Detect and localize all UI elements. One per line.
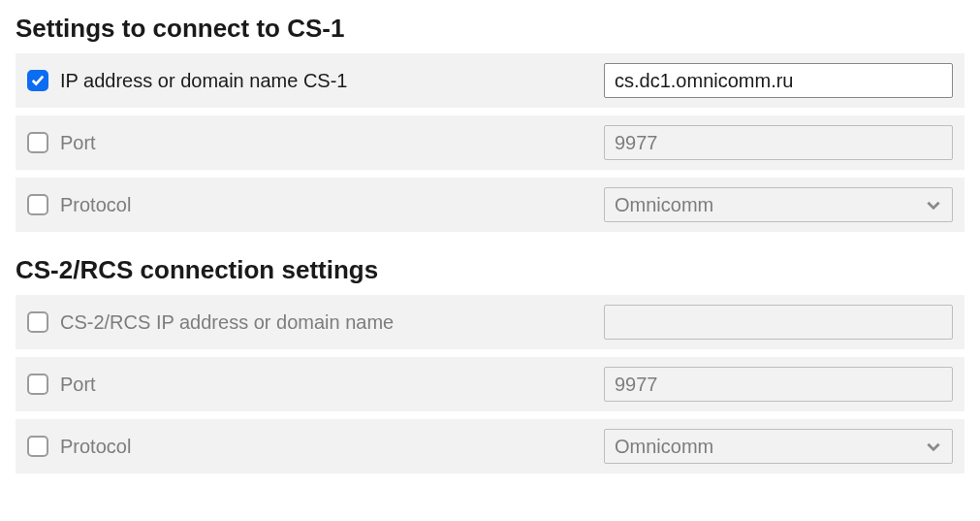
- cs1-section-title: Settings to connect to CS-1: [16, 14, 964, 44]
- cs1-port-input[interactable]: [604, 125, 953, 160]
- cs2-protocol-label: Protocol: [60, 436, 131, 458]
- cs1-port-row: Port: [16, 115, 964, 170]
- chevron-down-icon: [925, 196, 942, 213]
- chevron-down-icon: [925, 438, 942, 455]
- cs1-protocol-value: Omnicomm: [615, 194, 713, 216]
- cs1-ip-checkbox[interactable]: [27, 70, 48, 91]
- cs1-protocol-checkbox[interactable]: [27, 194, 48, 215]
- cs1-port-label: Port: [60, 132, 96, 154]
- cs2-port-checkbox[interactable]: [27, 374, 48, 395]
- cs2-port-row: Port: [16, 357, 964, 411]
- cs1-protocol-select[interactable]: Omnicomm: [604, 187, 953, 222]
- cs2-protocol-checkbox[interactable]: [27, 436, 48, 457]
- cs2-ip-row: CS-2/RCS IP address or domain name: [16, 295, 964, 349]
- cs1-protocol-row: Protocol Omnicomm: [16, 178, 964, 232]
- cs2-ip-label: CS-2/RCS IP address or domain name: [60, 311, 394, 334]
- cs2-protocol-value: Omnicomm: [615, 436, 713, 458]
- cs2-port-input[interactable]: [604, 367, 953, 402]
- cs1-ip-row: IP address or domain name CS-1: [16, 53, 964, 108]
- cs2-protocol-row: Protocol Omnicomm: [16, 419, 964, 473]
- cs2-protocol-select[interactable]: Omnicomm: [604, 429, 953, 464]
- cs2-ip-checkbox[interactable]: [27, 311, 48, 333]
- cs2-port-label: Port: [60, 374, 96, 396]
- cs1-port-checkbox[interactable]: [27, 132, 48, 153]
- cs1-protocol-label: Protocol: [60, 194, 131, 216]
- cs1-ip-label: IP address or domain name CS-1: [60, 70, 347, 92]
- check-icon: [31, 74, 45, 87]
- cs2-section-title: CS-2/RCS connection settings: [16, 255, 964, 285]
- cs2-ip-input[interactable]: [604, 305, 953, 340]
- cs1-ip-input[interactable]: [604, 63, 953, 98]
